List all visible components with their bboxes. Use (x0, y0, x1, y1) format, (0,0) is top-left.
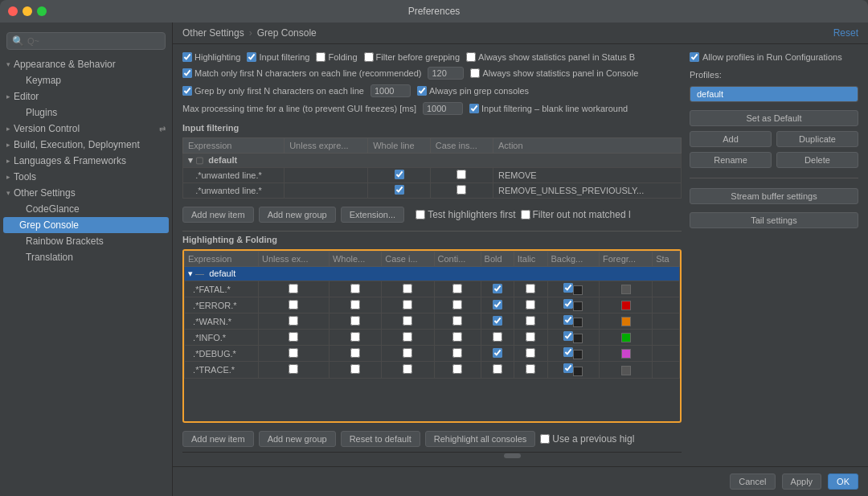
chevron-down-icon: ▾ (188, 155, 193, 165)
match-first-n-input[interactable] (428, 67, 464, 80)
stream-buffer-settings-button[interactable]: Stream buffer settings (690, 188, 858, 204)
sidebar-search[interactable]: 🔍 Q~ (6, 32, 166, 50)
reset-link[interactable]: Reset (833, 27, 858, 39)
fg-color-swatch[interactable] (621, 301, 631, 310)
content-area: Other Settings › Grep Console Reset High… (173, 23, 868, 496)
fg-color-swatch[interactable] (621, 317, 631, 326)
sidebar-item-translation[interactable]: Translation (0, 249, 172, 265)
filter-before-grepping-checkbox[interactable] (364, 52, 374, 62)
fg-color-swatch[interactable] (621, 285, 631, 294)
grep-first-n-input[interactable] (371, 84, 411, 97)
match-first-n-option[interactable]: Match only first N characters on each li… (182, 68, 421, 78)
test-hl-first-checkbox[interactable] (416, 210, 425, 219)
bg-color-swatch[interactable] (573, 350, 583, 359)
sidebar-item-tools[interactable]: ▸ Tools (0, 169, 172, 185)
sidebar-item-build[interactable]: ▸ Build, Execution, Deployment (0, 137, 172, 153)
grep-first-n-label: Grep by only first N characters on each … (194, 86, 364, 96)
add-new-item-hl-button[interactable]: Add new item (182, 431, 254, 447)
hl-unless (258, 346, 329, 362)
bg-color-swatch[interactable] (573, 334, 583, 343)
close-button[interactable] (8, 6, 18, 16)
highlighting-checkbox[interactable] (182, 52, 192, 62)
tail-settings-button[interactable]: Tail settings (690, 212, 858, 228)
input-filtering-option[interactable]: Input filtering (247, 52, 309, 62)
minimize-button[interactable] (23, 6, 32, 16)
grep-first-n-option[interactable]: Grep by only first N characters on each … (182, 86, 364, 96)
allow-profiles-checkbox[interactable] (690, 52, 699, 62)
hl-unless (258, 362, 329, 378)
add-new-item-filter-button[interactable]: Add new item (182, 207, 254, 223)
input-filtering-blank-option[interactable]: Input filtering – blank line workaround (469, 104, 628, 113)
input-filtering-checkbox[interactable] (247, 52, 256, 62)
footer: Cancel Apply OK (173, 466, 868, 496)
sidebar-item-keymap[interactable]: Keymap (0, 72, 172, 88)
col-action: Action (493, 138, 682, 154)
bg-color-swatch[interactable] (573, 285, 583, 295)
chevron-down-icon: ▾ (6, 189, 10, 197)
scrollbar-thumb[interactable] (504, 453, 521, 458)
bg-color-swatch[interactable] (573, 318, 583, 327)
input-filtering-blank-checkbox[interactable] (469, 104, 479, 113)
extension-button[interactable]: Extension... (341, 207, 404, 223)
always-show-console-option[interactable]: Always show statistics panel in Console (470, 68, 638, 78)
sidebar-item-label: Other Settings (14, 187, 76, 199)
allow-profiles-option[interactable]: Allow profiles in Run Configurations (690, 52, 858, 62)
filter-not-matched-option[interactable]: Filter out not matched l (521, 209, 631, 220)
cancel-button[interactable]: Cancel (730, 473, 775, 490)
fg-color-swatch[interactable] (621, 349, 631, 359)
apply-button[interactable]: Apply (782, 473, 822, 490)
always-pin-checkbox[interactable] (417, 86, 427, 96)
test-hl-first-option[interactable]: Test highlighters first (416, 209, 515, 220)
fg-color-swatch[interactable] (621, 366, 631, 375)
folding-checkbox[interactable] (316, 52, 326, 62)
add-button[interactable]: Add (690, 131, 772, 147)
ok-button[interactable]: OK (828, 473, 858, 490)
always-show-stats-checkbox[interactable] (466, 52, 476, 62)
folding-option[interactable]: Folding (316, 52, 357, 62)
breadcrumb-current: Grep Console (257, 27, 317, 39)
filter-before-grepping-option[interactable]: Filter before grepping (364, 52, 461, 62)
always-pin-option[interactable]: Always pin grep consoles (417, 86, 529, 96)
table-row: .*TRACE.* (185, 362, 680, 378)
sidebar-item-label: Tools (14, 171, 36, 182)
grep-first-n-checkbox[interactable] (182, 86, 192, 96)
rename-button[interactable]: Rename (690, 152, 772, 168)
reset-to-default-button[interactable]: Reset to default (341, 431, 420, 447)
highlighting-option[interactable]: Highlighting (182, 52, 240, 62)
sidebar-item-codeglance[interactable]: CodeGlance (0, 201, 172, 217)
sidebar-item-appearance[interactable]: ▾ Appearance & Behavior (0, 56, 172, 72)
sidebar-item-editor[interactable]: ▸ Editor (0, 88, 172, 105)
highlighting-table-wrapper: Expression Unless ex... Whole... Case i.… (182, 249, 682, 423)
filter-not-matched-checkbox[interactable] (521, 210, 530, 219)
set-as-default-button[interactable]: Set as Default (690, 110, 858, 126)
sidebar-item-version-control[interactable]: ▸ Version Control ⇄ (0, 121, 172, 137)
sidebar-item-rainbow-brackets[interactable]: Rainbow Brackets (0, 233, 172, 249)
bg-color-swatch[interactable] (573, 367, 583, 376)
sidebar-item-other-settings[interactable]: ▾ Other Settings (0, 185, 172, 201)
match-first-n-checkbox[interactable] (182, 68, 192, 78)
use-previous-hl-option[interactable]: Use a previous higl (540, 433, 634, 445)
add-new-group-filter-button[interactable]: Add new group (259, 207, 336, 223)
sidebar-item-languages[interactable]: ▸ Languages & Frameworks (0, 153, 172, 169)
horizontal-scrollbar[interactable] (182, 452, 682, 458)
profile-item-default[interactable]: default (690, 87, 858, 101)
always-show-console-checkbox[interactable] (470, 68, 480, 78)
sidebar: 🔍 Q~ ▾ Appearance & Behavior Keymap ▸ Ed… (0, 23, 173, 496)
fg-color-swatch[interactable] (621, 333, 631, 342)
always-show-stats-option[interactable]: Always show statistics panel in Status B (466, 52, 635, 62)
maximize-button[interactable] (37, 6, 47, 16)
rehighlight-all-button[interactable]: Rehighlight all consoles (425, 431, 536, 447)
breadcrumb: Other Settings › Grep Console (182, 27, 317, 39)
use-previous-hl-checkbox[interactable] (540, 434, 550, 444)
sidebar-item-plugins[interactable]: Plugins (0, 105, 172, 121)
duplicate-button[interactable]: Duplicate (776, 131, 858, 147)
max-processing-input[interactable] (423, 102, 463, 115)
bg-color-swatch[interactable] (573, 301, 583, 311)
hl-sta (653, 362, 680, 378)
delete-button[interactable]: Delete (776, 152, 858, 168)
hl-italic (514, 362, 547, 378)
sidebar-item-grep-console[interactable]: Grep Console (3, 217, 169, 233)
filter-group-name: ▾ ▢ default (183, 154, 682, 168)
options-row-2: Match only first N characters on each li… (182, 67, 682, 80)
add-new-group-hl-button[interactable]: Add new group (259, 431, 336, 447)
